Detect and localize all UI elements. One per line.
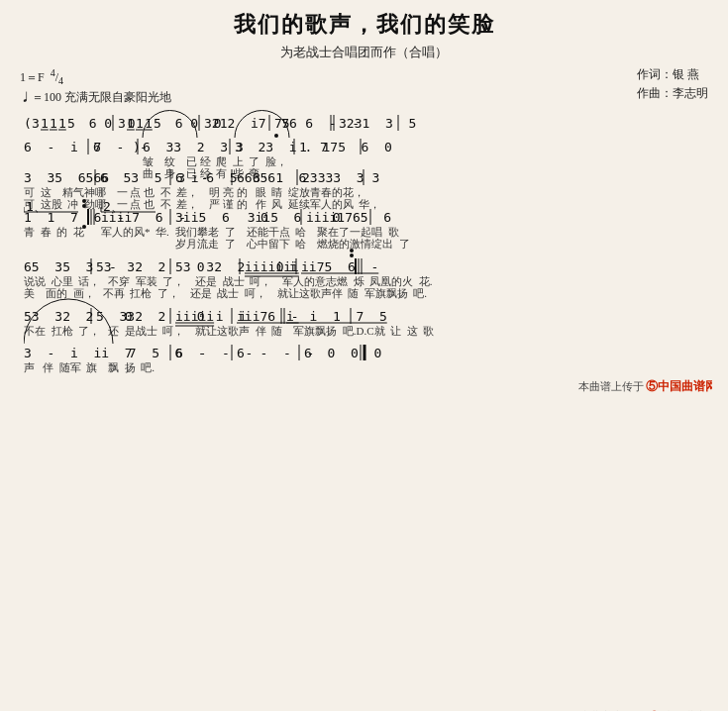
music-by: 作曲：李志明 [637,84,708,103]
meta-right: 作词：银 燕 作曲：李志明 [637,65,708,103]
score [20,108,708,711]
tempo: ♩＝100 充满无限自豪阳光地 [20,88,171,106]
score-canvas [24,108,712,711]
page: 我们的歌声，我们的笑脸 为老战士合唱团而作（合唱） 1＝F 4/4 ♩＝100 … [0,0,728,711]
song-title: 我们的歌声，我们的笑脸 [20,10,708,40]
song-subtitle: 为老战士合唱团而作（合唱） [20,44,708,61]
meta-left: 1＝F 4/4 ♩＝100 充满无限自豪阳光地 [20,65,171,106]
lyrics-by: 作词：银 燕 [637,65,708,84]
meta-row: 1＝F 4/4 ♩＝100 充满无限自豪阳光地 作词：银 燕 作曲：李志明 [20,65,708,106]
key-time: 1＝F 4/4 [20,65,171,88]
